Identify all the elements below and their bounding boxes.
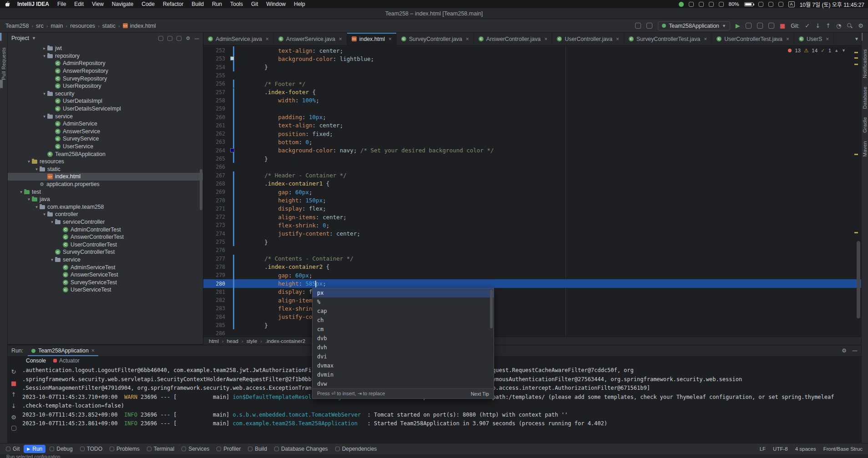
notifications-tool-label[interactable]: Notifications — [862, 49, 868, 78]
editor-line-260[interactable]: 260 padding: 10px; — [203, 113, 861, 121]
tab-surveycontroller-java[interactable]: CSurveyController.java× — [397, 33, 474, 45]
menu-build[interactable]: Build — [192, 1, 204, 7]
editor-line-265[interactable]: 265 } — [203, 155, 861, 163]
menu-navigate[interactable]: Navigate — [112, 1, 133, 7]
battery-icon[interactable] — [744, 2, 753, 6]
statusbar-git[interactable]: Git — [3, 445, 23, 453]
completion-item-dvb[interactable]: dvb — [313, 334, 494, 343]
bluetooth-icon[interactable] — [699, 2, 704, 7]
editor-line-266[interactable]: 266 — [203, 163, 861, 171]
tree-item-surveyrepository[interactable]: CSurveyRepository — [8, 75, 203, 82]
editor-line-256[interactable]: 256 /* Footer */ — [203, 80, 861, 88]
breadcrumb-static[interactable]: static — [102, 23, 116, 29]
maven-tool-label[interactable]: Maven — [862, 141, 868, 157]
tree-expand-arrow[interactable]: ▾ — [41, 114, 47, 119]
panel-settings-icon[interactable]: ⚙ — [186, 36, 190, 41]
collapse-all-icon[interactable] — [177, 36, 182, 41]
color-preview-swatch[interactable] — [230, 56, 234, 60]
close-icon[interactable]: × — [91, 347, 95, 354]
display-icon[interactable] — [719, 2, 724, 7]
tab-answercontroller-java[interactable]: CAnswerController.java× — [474, 33, 553, 45]
tree-item-test[interactable]: ▾test — [8, 188, 203, 196]
history-icon[interactable]: ◔ — [836, 23, 841, 29]
pull-requests-tool-label[interactable]: Pull Requests — [1, 47, 6, 80]
tab-answerservice-java[interactable]: CAnswerService.java× — [274, 33, 347, 45]
close-tab-icon[interactable]: × — [616, 36, 619, 42]
completion-item-ch[interactable]: ch — [313, 316, 494, 325]
tree-item-jwt[interactable]: ▸jwt — [8, 45, 203, 52]
project-view-dropdown[interactable]: Project — [11, 35, 29, 41]
screen-mirroring-icon[interactable] — [689, 2, 694, 7]
tree-item-index-html[interactable]: <>index.html — [8, 173, 203, 181]
keyboard-icon[interactable] — [709, 2, 714, 7]
completion-item-dvmin[interactable]: dvmin — [313, 370, 494, 379]
spotlight-icon[interactable] — [768, 2, 773, 7]
statusbar-terminal[interactable]: Terminal — [144, 445, 177, 453]
editor-line-261[interactable]: 261 text-align: center; — [203, 121, 861, 130]
close-tab-icon[interactable]: × — [339, 36, 342, 42]
tree-item-adminrepository[interactable]: CAdminRepository — [8, 60, 203, 67]
editor-line-277[interactable]: 277 /* Contents - Container */ — [203, 255, 861, 263]
breadcrumb-src[interactable]: src — [36, 23, 44, 29]
tree-expand-arrow[interactable]: ▸ — [41, 46, 47, 50]
close-tab-icon[interactable]: × — [786, 36, 789, 42]
tree-item-userrepository[interactable]: CUserRepository — [8, 82, 203, 90]
tree-expand-arrow[interactable]: ▾ — [26, 159, 32, 164]
completion-item-cm[interactable]: cm — [313, 325, 494, 334]
editor-breadcrumb-style[interactable]: style — [247, 338, 257, 344]
tab-users[interactable]: CUserS× — [794, 33, 834, 45]
editor-line-270[interactable]: 270 height: 150px; — [203, 196, 861, 204]
breadcrumb-resources[interactable]: resources — [70, 23, 95, 29]
next-problem-icon[interactable]: ▼ — [842, 48, 846, 53]
git-push-icon[interactable]: ↑ — [826, 23, 831, 29]
menu-file[interactable]: File — [57, 1, 66, 7]
stripe-warning-mark[interactable] — [854, 64, 858, 65]
hide-panel-icon[interactable]: — — [194, 36, 199, 41]
tree-expand-arrow[interactable]: ▾ — [34, 167, 40, 171]
menubar-clock[interactable]: 10월 7일 (토) 오후 11:45:27 — [800, 0, 864, 8]
tree-expand-arrow[interactable]: ▾ — [41, 212, 47, 216]
editor-line-268[interactable]: 268 .index-container1 { — [203, 180, 861, 188]
editor-line-284[interactable]: 284 justify-content: center; — [203, 313, 861, 321]
completion-scrollbar[interactable] — [490, 290, 493, 328]
close-tab-icon[interactable]: × — [466, 36, 469, 42]
editor-line-272[interactable]: 272 align-items: center; — [203, 213, 861, 221]
tree-item-answercontrollertest[interactable]: CAnswerControllerTest — [8, 233, 203, 241]
breadcrumb-index-html[interactable]: <>index.html — [123, 23, 156, 29]
input-source-icon[interactable]: A — [788, 1, 795, 7]
tree-expand-arrow[interactable]: ▾ — [26, 197, 32, 201]
tree-item-application-properties[interactable]: ⚙application.properties — [8, 181, 203, 188]
scroll-down-icon[interactable]: ↓ — [11, 403, 16, 409]
editor-line-275[interactable]: 275 } — [203, 238, 861, 246]
statusbar-widget-front-base-struc[interactable]: Front/Base Struc — [823, 446, 863, 452]
run-configuration-tab[interactable]: Team258Application × — [28, 345, 98, 356]
statusbar-widget-lf[interactable]: LF — [760, 446, 766, 452]
menu-refactor[interactable]: Refactor — [163, 1, 183, 7]
statusbar-dependencies[interactable]: Dependencies — [332, 445, 380, 453]
editor-line-280[interactable]: 280 height: 585px; — [203, 279, 861, 287]
completion-next-tip[interactable]: Next Tip — [471, 391, 489, 397]
close-tab-icon[interactable]: × — [389, 36, 392, 42]
stripe-warning-mark[interactable] — [854, 52, 858, 53]
editor-line-264[interactable]: 264 background-color: navy; /* Set your … — [203, 146, 861, 155]
git-commit-icon[interactable]: ✓ — [805, 23, 810, 29]
close-tab-icon[interactable]: × — [544, 36, 547, 42]
todo-tool-icon[interactable] — [2, 80, 3, 88]
tab-usercontroller-java[interactable]: CUserController.java× — [552, 33, 624, 45]
statusbar-run[interactable]: ▶Run — [24, 445, 45, 453]
run-button[interactable]: ▶ — [736, 23, 740, 29]
run-configuration-dropdown[interactable]: Team258Application ▼ — [658, 21, 730, 30]
completion-item-dvh[interactable]: dvh — [313, 343, 494, 352]
console-settings-icon[interactable]: ⚙ — [11, 414, 16, 420]
tree-expand-arrow[interactable]: ▾ — [49, 257, 55, 262]
completion-item-cap[interactable]: cap — [313, 307, 494, 316]
editor-breadcrumb-html[interactable]: html — [209, 338, 219, 344]
editor-line-271[interactable]: 271 display: flex; — [203, 205, 861, 213]
editor-line-254[interactable]: 254 } — [203, 63, 861, 71]
menu-code[interactable]: Code — [141, 1, 155, 7]
editor-line-279[interactable]: 279 gap: 60px; — [203, 271, 861, 279]
stripe-warning-mark[interactable] — [854, 154, 858, 155]
search-everywhere-icon[interactable] — [847, 23, 853, 29]
clear-console-icon[interactable] — [11, 426, 16, 431]
tab-index-html[interactable]: <>index.html× — [347, 33, 397, 45]
